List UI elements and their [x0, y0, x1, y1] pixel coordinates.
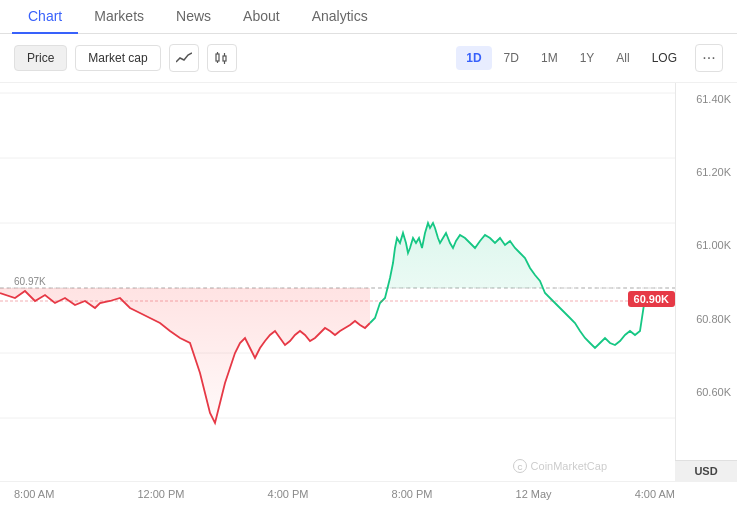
y-label-3: 61.00K [676, 239, 731, 251]
y-axis: 61.40K 61.20K 61.00K 60.80K 60.60K 60.40… [675, 83, 737, 481]
x-label-3: 4:00 PM [268, 488, 309, 514]
tab-chart[interactable]: Chart [12, 0, 78, 34]
svg-rect-3 [223, 56, 226, 61]
time-log[interactable]: LOG [642, 46, 687, 70]
time-all[interactable]: All [606, 46, 639, 70]
x-label-2: 12:00 PM [137, 488, 184, 514]
y-label-5: 60.60K [676, 386, 731, 398]
x-axis: 8:00 AM 12:00 PM 4:00 PM 8:00 PM 12 May … [0, 481, 737, 514]
y-label-1: 61.40K [676, 93, 731, 105]
tab-analytics[interactable]: Analytics [296, 0, 384, 34]
chart-svg: 60.97K C CoinMarketCap [0, 83, 675, 481]
time-7d[interactable]: 7D [494, 46, 529, 70]
y-label-4: 60.80K [676, 313, 731, 325]
x-label-5: 12 May [516, 488, 552, 514]
tab-news[interactable]: News [160, 0, 227, 34]
tab-markets[interactable]: Markets [78, 0, 160, 34]
time-1d[interactable]: 1D [456, 46, 491, 70]
market-cap-button[interactable]: Market cap [75, 45, 160, 71]
x-label-6: 4:00 AM [635, 488, 675, 514]
tab-about[interactable]: About [227, 0, 296, 34]
current-price-badge: 60.90K [628, 291, 675, 307]
candlestick-icon[interactable] [207, 44, 237, 72]
reference-price-label: 60.97K [14, 276, 46, 287]
price-button[interactable]: Price [14, 45, 67, 71]
nav-tabs: Chart Markets News About Analytics [0, 0, 737, 34]
svg-text:C: C [517, 464, 522, 471]
y-label-2: 61.20K [676, 166, 731, 178]
x-label-4: 8:00 PM [392, 488, 433, 514]
time-1y[interactable]: 1Y [570, 46, 605, 70]
chart-area: 60.97K C CoinMarketCap 61.40K 61.20K 61.… [0, 83, 737, 481]
more-options-button[interactable]: ··· [695, 44, 723, 72]
watermark: C CoinMarketCap [513, 459, 607, 473]
x-label-1: 8:00 AM [14, 488, 54, 514]
controls-row: Price Market cap 1D 7D 1M 1Y All LOG ··· [0, 34, 737, 83]
line-chart-icon[interactable] [169, 44, 199, 72]
time-1m[interactable]: 1M [531, 46, 568, 70]
currency-badge: USD [675, 460, 737, 481]
time-buttons: 1D 7D 1M 1Y All LOG [456, 46, 687, 70]
svg-rect-0 [216, 54, 219, 61]
